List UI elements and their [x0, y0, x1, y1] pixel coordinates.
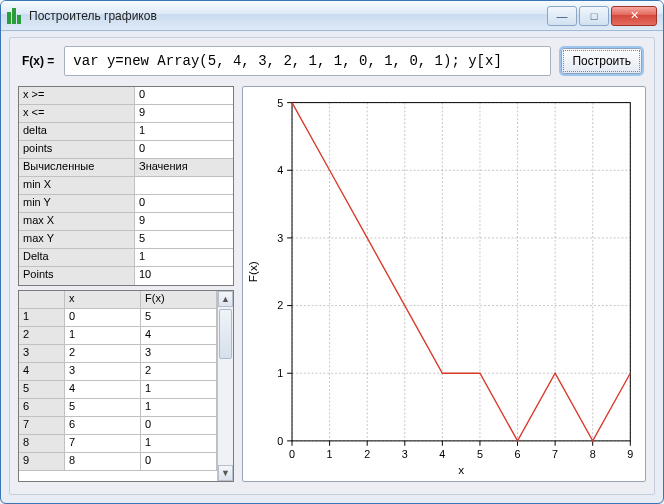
y-tick-label: 3 — [277, 232, 283, 244]
table-row[interactable]: 980 — [19, 453, 217, 471]
row-idx: 4 — [19, 363, 65, 380]
row-idx: 6 — [19, 399, 65, 416]
y-tick-label: 2 — [277, 299, 283, 311]
row-idx: 2 — [19, 327, 65, 344]
scroll-down-button[interactable]: ▼ — [218, 465, 233, 481]
app-window: Построитель графиков — □ ✕ F(x) = Постро… — [0, 0, 664, 504]
row-fx: 1 — [141, 399, 217, 416]
x-tick-label: 2 — [364, 448, 370, 460]
computed-name: min X — [19, 177, 135, 194]
x-axis-label: x — [458, 463, 464, 476]
computed-value[interactable]: 0 — [135, 177, 233, 194]
params-grid[interactable]: x >=0x <=9delta1points0ВычисленныеЗначен… — [18, 86, 234, 286]
row-fx: 4 — [141, 327, 217, 344]
x-tick-label: 8 — [590, 448, 596, 460]
computed-value[interactable]: 0 — [135, 195, 233, 212]
formula-input[interactable] — [64, 46, 551, 76]
x-tick-label: 6 — [515, 448, 521, 460]
y-tick-label: 5 — [277, 97, 283, 109]
x-tick-label: 3 — [402, 448, 408, 460]
table-row[interactable]: 214 — [19, 327, 217, 345]
svg-rect-19 — [292, 103, 630, 441]
param-name: points — [19, 141, 135, 158]
computed-name: min Y — [19, 195, 135, 212]
computed-value[interactable]: 10 — [135, 267, 233, 285]
table-row[interactable]: 760 — [19, 417, 217, 435]
row-fx: 1 — [141, 435, 217, 452]
computed-name: max X — [19, 213, 135, 230]
computed-header-left: Вычисленные — [19, 159, 135, 176]
row-idx: 7 — [19, 417, 65, 434]
param-name: x <= — [19, 105, 135, 122]
row-x: 2 — [65, 345, 141, 362]
table-row[interactable]: 432 — [19, 363, 217, 381]
row-idx: 1 — [19, 309, 65, 326]
data-table[interactable]: xF(x)105214323432541651760871980 — [19, 291, 217, 481]
scroll-track[interactable] — [218, 307, 233, 465]
chart-panel: 0123456789012345xF(x) — [242, 86, 646, 482]
minimize-button[interactable]: — — [547, 6, 577, 26]
scroll-up-button[interactable]: ▲ — [218, 291, 233, 307]
row-x: 8 — [65, 453, 141, 470]
param-value[interactable]: 9 — [135, 105, 233, 122]
col-idx — [19, 291, 65, 308]
maximize-button[interactable]: □ — [579, 6, 609, 26]
table-row[interactable]: 105 — [19, 309, 217, 327]
computed-name: Delta — [19, 249, 135, 266]
col-fx: F(x) — [141, 291, 217, 308]
computed-value[interactable]: 5 — [135, 231, 233, 248]
data-table-wrap: xF(x)105214323432541651760871980 ▲ ▼ — [18, 290, 234, 482]
formula-row: F(x) = Построить — [10, 38, 654, 82]
window-title: Построитель графиков — [29, 9, 547, 23]
row-fx: 0 — [141, 417, 217, 434]
table-scrollbar[interactable]: ▲ ▼ — [217, 291, 233, 481]
y-tick-label: 4 — [277, 164, 283, 176]
param-value[interactable]: 1 — [135, 123, 233, 140]
param-value[interactable]: 0 — [135, 141, 233, 158]
build-button[interactable]: Построить — [561, 48, 642, 74]
row-idx: 8 — [19, 435, 65, 452]
table-row[interactable]: 871 — [19, 435, 217, 453]
row-fx: 3 — [141, 345, 217, 362]
close-button[interactable]: ✕ — [611, 6, 657, 26]
row-x: 6 — [65, 417, 141, 434]
y-axis-label: F(x) — [246, 261, 259, 282]
table-row[interactable]: 541 — [19, 381, 217, 399]
param-name: x >= — [19, 87, 135, 104]
row-idx: 9 — [19, 453, 65, 470]
row-idx: 5 — [19, 381, 65, 398]
computed-value[interactable]: 9 — [135, 213, 233, 230]
computed-value[interactable]: 1 — [135, 249, 233, 266]
x-tick-label: 0 — [289, 448, 295, 460]
row-x: 1 — [65, 327, 141, 344]
titlebar[interactable]: Построитель графиков — □ ✕ — [1, 1, 663, 31]
row-fx: 0 — [141, 453, 217, 470]
computed-header-right: Значения — [135, 159, 233, 176]
left-panel: x >=0x <=9delta1points0ВычисленныеЗначен… — [18, 86, 234, 482]
computed-name: max Y — [19, 231, 135, 248]
client-area: F(x) = Построить x >=0x <=9delta1points0… — [9, 37, 655, 495]
x-tick-label: 4 — [439, 448, 445, 460]
row-x: 7 — [65, 435, 141, 452]
svg-rect-2 — [17, 15, 21, 24]
param-name: delta — [19, 123, 135, 140]
svg-rect-0 — [7, 12, 11, 24]
row-x: 3 — [65, 363, 141, 380]
table-row[interactable]: 651 — [19, 399, 217, 417]
data-series-line — [292, 103, 630, 441]
y-tick-label: 1 — [277, 367, 283, 379]
row-x: 4 — [65, 381, 141, 398]
x-tick-label: 9 — [627, 448, 633, 460]
table-row[interactable]: 323 — [19, 345, 217, 363]
row-x: 5 — [65, 399, 141, 416]
row-x: 0 — [65, 309, 141, 326]
scroll-thumb[interactable] — [219, 309, 232, 359]
x-tick-label: 5 — [477, 448, 483, 460]
computed-name: Points — [19, 267, 135, 285]
param-value[interactable]: 0 — [135, 87, 233, 104]
row-fx: 5 — [141, 309, 217, 326]
svg-rect-1 — [12, 8, 16, 24]
app-icon — [7, 8, 23, 24]
formula-label: F(x) = — [22, 54, 54, 68]
row-fx: 1 — [141, 381, 217, 398]
